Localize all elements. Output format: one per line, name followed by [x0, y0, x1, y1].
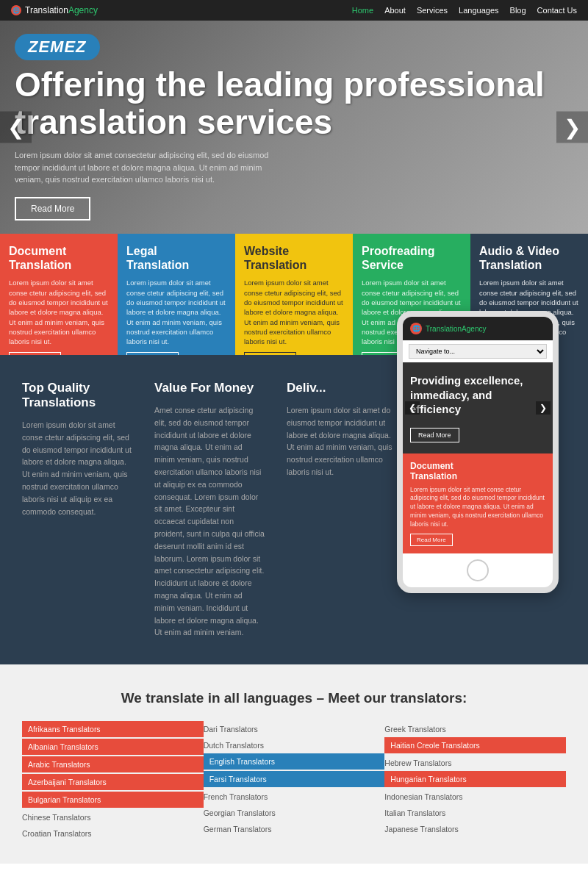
- lang-english[interactable]: English Translators: [204, 753, 385, 770]
- feature-value: Value For Money Amet conse ctetur adipis…: [154, 381, 265, 639]
- phone-arrow-left[interactable]: ❮: [405, 401, 420, 415]
- lang-haitian[interactable]: Haitian Creole Translators: [384, 737, 566, 753]
- nav-blog[interactable]: Blog: [510, 6, 526, 15]
- phone-mockup: 🌐 TranslationAgency Navigate to... Provi…: [397, 311, 559, 593]
- phone-doc-section: DocumentTranslation Lorem ipsum dolor si…: [403, 453, 553, 553]
- lang-japanese[interactable]: Japanese Translators: [384, 821, 566, 837]
- service-document-desc: Lorem ipsum dolor sit amet conse ctetur …: [9, 278, 109, 346]
- header: 🌐 TranslationAgency Home About Services …: [0, 0, 588, 21]
- hero-arrow-left[interactable]: ❮: [0, 112, 32, 143]
- phone-slider-arrows: ❮ ❯: [403, 401, 553, 415]
- phone-hero: Providing excellence, immediacy, and eff…: [403, 362, 553, 453]
- news-section: Translation Central News Excepteur sint …: [0, 864, 588, 882]
- nav-home[interactable]: Home: [352, 6, 373, 15]
- phone-doc-title: DocumentTranslation: [410, 461, 545, 481]
- lang-hebrew[interactable]: Hebrew Translators: [384, 755, 566, 771]
- service-legal: LegalTranslation Lorem ipsum dolor sit a…: [118, 234, 235, 355]
- hero-heading: Offering the leading professional transl…: [15, 66, 573, 140]
- feature-delivery-title: Deliv...: [287, 381, 397, 395]
- lang-indonesian[interactable]: Indonesian Translators: [384, 789, 566, 805]
- phone-home-button[interactable]: [467, 559, 489, 581]
- feature-quality: Top QualityTranslations Lorem ipsum dolo…: [22, 381, 132, 639]
- lang-hungarian[interactable]: Hungarian Translators: [384, 771, 566, 787]
- main-nav: Home About Services Languages Blog Conta…: [352, 6, 577, 15]
- feature-quality-title: Top QualityTranslations: [22, 381, 132, 410]
- nav-languages[interactable]: Languages: [459, 6, 498, 15]
- nav-about[interactable]: About: [384, 6, 406, 15]
- service-document-title: DocumentTranslation: [9, 244, 109, 272]
- logo-icon: 🌐: [11, 5, 21, 15]
- features-phone-wrapper: Top QualityTranslations Lorem ipsum dolo…: [0, 355, 588, 664]
- logo-text: TranslationAgency: [25, 5, 98, 15]
- hero-content: ZEMEZ Offering the leading professional …: [15, 34, 573, 220]
- lang-chinese[interactable]: Chinese Translators: [22, 809, 204, 825]
- service-website-title: WebsiteTranslation: [244, 244, 344, 272]
- lang-farsi[interactable]: Farsi Translators: [204, 771, 385, 787]
- phone-read-more-btn[interactable]: Read More: [410, 428, 459, 442]
- languages-section: We translate in all languages – Meet our…: [0, 664, 588, 864]
- service-proofreading-title: ProofreadingService: [362, 244, 462, 272]
- hero-section: ❮ ZEMEZ Offering the leading professiona…: [0, 21, 588, 234]
- lang-dari[interactable]: Dari Translators: [204, 721, 385, 737]
- feature-value-desc: Amet conse ctetur adipiscing elit, sed d…: [154, 404, 265, 639]
- phone-nav: Navigate to...: [403, 340, 553, 362]
- phone-header: 🌐 TranslationAgency: [403, 317, 553, 340]
- lang-albanian[interactable]: Albanian Translators: [22, 739, 204, 755]
- lang-croatian[interactable]: Croatian Translators: [22, 825, 204, 842]
- lang-german[interactable]: German Translators: [204, 821, 385, 837]
- lang-italian[interactable]: Italian Translators: [384, 805, 566, 821]
- phone-arrow-right[interactable]: ❯: [536, 401, 551, 415]
- lang-greek[interactable]: Greek Translators: [384, 721, 566, 737]
- lang-col-1: Afrikaans Translators Albanian Translato…: [22, 721, 204, 842]
- lang-azerbaijani[interactable]: Azerbaijani Translators: [22, 774, 204, 790]
- service-website-desc: Lorem ipsum dolor sit amet conse ctetur …: [244, 278, 344, 346]
- phone-nav-select[interactable]: Navigate to...: [409, 344, 547, 359]
- lang-col-3: Greek Translators Haitian Creole Transla…: [384, 721, 566, 842]
- site-logo: 🌐 TranslationAgency: [11, 5, 98, 15]
- lang-french[interactable]: French Translators: [204, 789, 385, 805]
- lang-dutch[interactable]: Dutch Translators: [204, 737, 385, 753]
- languages-grid: Afrikaans Translators Albanian Translato…: [22, 721, 566, 842]
- nav-contact[interactable]: Contact Us: [537, 6, 577, 15]
- phone-doc-btn[interactable]: Read More: [410, 534, 453, 546]
- feature-delivery-desc: Lorem ipsum dolor sit amet do eiusmod te…: [287, 404, 397, 478]
- lang-col-2: Dari Translators Dutch Translators Engli…: [204, 721, 385, 842]
- hero-cta-button[interactable]: Read More: [15, 197, 90, 220]
- feature-quality-desc: Lorem ipsum dolor sit amet conse ctetur …: [22, 419, 132, 517]
- phone-logo-text: TranslationAgency: [426, 325, 486, 333]
- service-legal-title: LegalTranslation: [126, 244, 226, 272]
- zemez-badge: ZEMEZ: [15, 34, 100, 60]
- service-legal-desc: Lorem ipsum dolor sit amet conse ctetur …: [126, 278, 226, 346]
- lang-afrikaans[interactable]: Afrikaans Translators: [22, 721, 204, 737]
- lang-arabic[interactable]: Arabic Translators: [22, 756, 204, 772]
- languages-heading: We translate in all languages – Meet our…: [22, 690, 566, 706]
- phone-logo-icon: 🌐: [410, 323, 422, 334]
- hero-description: Lorem ipsum dolor sit amet consectetur a…: [15, 149, 279, 186]
- hero-arrow-right[interactable]: ❯: [556, 112, 588, 143]
- phone-doc-desc: Lorem ipsum dolor sit amet conse ctetur …: [410, 486, 545, 529]
- lang-georgian[interactable]: Georgian Translators: [204, 805, 385, 821]
- service-website: WebsiteTranslation Lorem ipsum dolor sit…: [235, 234, 353, 355]
- service-audio-title: Audio & VideoTranslation: [479, 244, 579, 272]
- lang-bulgarian[interactable]: Bulgarian Translators: [22, 792, 204, 808]
- service-document: DocumentTranslation Lorem ipsum dolor si…: [0, 234, 118, 355]
- nav-services[interactable]: Services: [417, 6, 448, 15]
- feature-value-title: Value For Money: [154, 381, 265, 395]
